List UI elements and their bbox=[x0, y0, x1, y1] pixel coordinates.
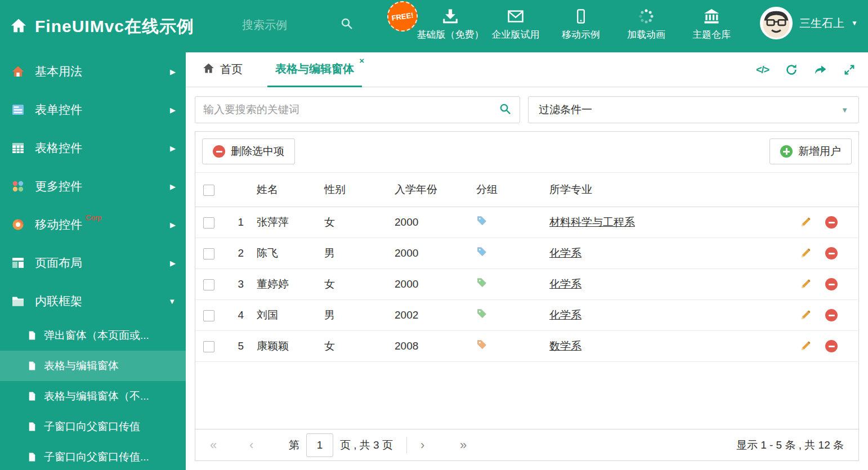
last-page-button[interactable]: » bbox=[460, 438, 499, 453]
download-icon bbox=[442, 6, 459, 25]
sidebar-item-label: 页面布局 bbox=[35, 255, 82, 271]
user-name: 三生石上 bbox=[799, 16, 844, 31]
major-link[interactable]: 化学系 bbox=[549, 309, 581, 321]
major-link[interactable]: 数学系 bbox=[549, 340, 581, 352]
header: FineUIMvc在线示例 FREE! 基础版（免费） 企业版试用 bbox=[0, 0, 868, 52]
delete-row-icon[interactable] bbox=[825, 247, 838, 259]
sidebar-subitem-grid-edit-window-2[interactable]: 表格与编辑窗体（不... bbox=[0, 381, 186, 411]
house-icon bbox=[11, 65, 26, 78]
sidebar-item-label: 表单控件 bbox=[35, 102, 82, 118]
edit-pencil-icon[interactable] bbox=[799, 340, 812, 352]
nav-item-basic-edition[interactable]: 基础版（免费） bbox=[418, 6, 483, 41]
user-menu[interactable]: 三生石上 ▼ bbox=[760, 7, 858, 39]
sidebar-subitem-label: 表格与编辑窗体 bbox=[44, 359, 119, 373]
search-icon[interactable] bbox=[499, 102, 512, 118]
sidebar-item-form-controls[interactable]: 表单控件 ▶ bbox=[0, 91, 186, 129]
cell-name: 陈飞 bbox=[248, 238, 316, 269]
row-index: 2 bbox=[226, 238, 248, 269]
grid-panel: 删除选中项 新增用户 bbox=[195, 131, 859, 461]
chevron-right-icon: ▶ bbox=[170, 106, 176, 114]
edit-pencil-icon[interactable] bbox=[799, 278, 812, 290]
fullscreen-icon[interactable] bbox=[843, 64, 856, 76]
next-page-button[interactable]: › bbox=[420, 438, 460, 453]
brand[interactable]: FineUIMvc在线示例 bbox=[10, 15, 194, 38]
sidebar-item-mobile-controls[interactable]: 移动控件 Corp ▶ bbox=[0, 205, 186, 244]
filter-dropdown[interactable]: 过滤条件一 ▼ bbox=[528, 96, 859, 123]
column-header-gender: 性别 bbox=[316, 173, 386, 207]
table-row: 3 董婷婷 女 2000 化学系 bbox=[195, 269, 859, 300]
edit-pencil-icon[interactable] bbox=[799, 247, 812, 259]
sidebar-subitem-label: 子窗口向父窗口传值 bbox=[44, 419, 140, 434]
delete-row-icon[interactable] bbox=[825, 278, 838, 290]
delete-selected-label: 删除选中项 bbox=[231, 144, 284, 159]
tab-grid-edit-window[interactable]: 表格与编辑窗体 × bbox=[267, 52, 362, 87]
folder-icon bbox=[11, 294, 26, 308]
delete-row-icon[interactable] bbox=[825, 216, 838, 229]
add-user-label: 新增用户 bbox=[798, 144, 841, 159]
cell-gender: 女 bbox=[316, 269, 386, 300]
nav-item-mobile-demo[interactable]: 移动示例 bbox=[548, 6, 614, 41]
row-checkbox[interactable] bbox=[203, 217, 214, 229]
sidebar-subitem-popup-window[interactable]: 弹出窗体（本页面或... bbox=[0, 320, 186, 351]
sidebar-item-iframe[interactable]: 内联框架 ▼ bbox=[0, 282, 186, 320]
layout-icon bbox=[11, 256, 26, 270]
chevron-right-icon: ▶ bbox=[170, 221, 176, 229]
add-user-button[interactable]: 新增用户 bbox=[769, 138, 852, 164]
column-header-major: 所学专业 bbox=[541, 173, 788, 207]
major-link[interactable]: 化学系 bbox=[549, 247, 581, 259]
sidebar-subitem-grid-edit-window[interactable]: 表格与编辑窗体 bbox=[0, 351, 186, 381]
search-icon[interactable] bbox=[340, 17, 354, 33]
row-checkbox[interactable] bbox=[203, 279, 214, 290]
nav-label: 基础版（免费） bbox=[417, 28, 484, 41]
sidebar-item-page-layout[interactable]: 页面布局 ▶ bbox=[0, 244, 186, 282]
cell-name: 张萍萍 bbox=[248, 207, 316, 238]
tab-tools: </> bbox=[756, 52, 856, 87]
tag-icon bbox=[476, 339, 487, 351]
chevron-right-icon: ▶ bbox=[170, 259, 176, 267]
select-all-checkbox[interactable] bbox=[203, 185, 214, 196]
share-forward-icon[interactable] bbox=[814, 63, 827, 77]
sidebar-subitem-child-to-parent[interactable]: 子窗口向父窗口传值 bbox=[0, 411, 186, 442]
sidebar-item-label: 移动控件 bbox=[35, 217, 82, 232]
free-badge[interactable]: FREE! bbox=[386, 0, 420, 33]
refresh-icon[interactable] bbox=[785, 63, 798, 77]
delete-selected-button[interactable]: 删除选中项 bbox=[202, 138, 295, 164]
tab-home[interactable]: 首页 bbox=[203, 62, 243, 77]
major-link[interactable]: 化学系 bbox=[549, 278, 581, 290]
filter-row: 过滤条件一 ▼ bbox=[195, 96, 859, 123]
sidebar-subitem-child-to-parent-2[interactable]: 子窗口向父窗口传值... bbox=[0, 442, 186, 470]
sidebar-item-more-controls[interactable]: 更多控件 ▶ bbox=[0, 167, 186, 205]
nav-item-theme-store[interactable]: 主题仓库 bbox=[679, 6, 744, 41]
row-checkbox[interactable] bbox=[203, 341, 214, 352]
sidebar-item-basic-usage[interactable]: 基本用法 ▶ bbox=[0, 52, 186, 91]
header-search-input[interactable] bbox=[242, 19, 332, 32]
app-title: FineUIMvc在线示例 bbox=[35, 15, 194, 38]
chevron-right-icon: ▶ bbox=[170, 68, 176, 76]
nav-label: 主题仓库 bbox=[692, 28, 731, 41]
filter-dropdown-value: 过滤条件一 bbox=[539, 102, 592, 117]
nav-label: 移动示例 bbox=[562, 28, 600, 41]
delete-row-icon[interactable] bbox=[825, 309, 838, 321]
edit-pencil-icon[interactable] bbox=[799, 216, 812, 229]
divider bbox=[406, 437, 407, 454]
file-icon bbox=[27, 422, 37, 432]
edit-pencil-icon[interactable] bbox=[799, 309, 812, 321]
major-link[interactable]: 材料科学与工程系 bbox=[549, 216, 635, 228]
keyword-search-input[interactable] bbox=[203, 104, 499, 116]
delete-row-icon[interactable] bbox=[825, 340, 838, 352]
main-area: 首页 表格与编辑窗体 × </> bbox=[186, 52, 868, 470]
first-page-button[interactable]: « bbox=[210, 438, 249, 453]
row-checkbox[interactable] bbox=[203, 248, 214, 259]
source-code-icon[interactable]: </> bbox=[756, 64, 769, 76]
more-controls-icon bbox=[11, 180, 26, 193]
app-window: FineUIMvc在线示例 FREE! 基础版（免费） 企业版试用 bbox=[0, 0, 868, 470]
close-icon[interactable]: × bbox=[359, 56, 364, 65]
prev-page-button[interactable]: ‹ bbox=[249, 438, 289, 453]
sidebar-item-grid-controls[interactable]: 表格控件 ▶ bbox=[0, 129, 186, 167]
row-checkbox[interactable] bbox=[203, 310, 214, 321]
nav-item-enterprise-trial[interactable]: 企业版试用 bbox=[483, 6, 548, 41]
page-number-input[interactable] bbox=[306, 433, 333, 457]
column-header-name: 姓名 bbox=[248, 173, 316, 207]
sidebar-item-label: 表格控件 bbox=[35, 140, 82, 156]
nav-item-loading-animation[interactable]: 加载动画 bbox=[614, 6, 679, 41]
